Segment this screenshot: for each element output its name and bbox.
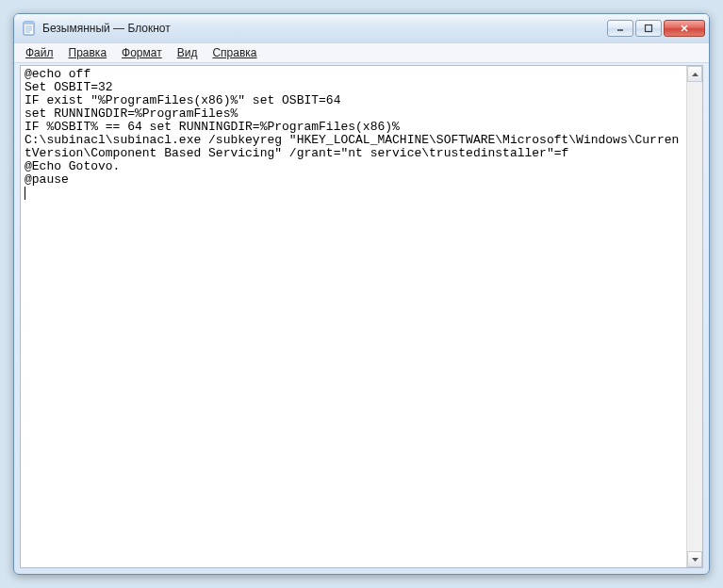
- scroll-down-button[interactable]: [687, 551, 702, 567]
- titlebar[interactable]: Безымянный — Блокнот: [14, 14, 709, 42]
- svg-rect-1: [24, 22, 34, 24]
- notepad-icon: [22, 21, 37, 36]
- text-editor[interactable]: @echo off Set OSBIT=32 IF exist "%Progra…: [21, 66, 686, 567]
- menu-view[interactable]: Вид: [170, 44, 205, 61]
- scroll-up-button[interactable]: [687, 66, 702, 82]
- content-area: @echo off Set OSBIT=32 IF exist "%Progra…: [20, 65, 703, 568]
- vertical-scrollbar[interactable]: [686, 66, 702, 567]
- svg-rect-7: [646, 25, 652, 32]
- menu-edit[interactable]: Правка: [61, 44, 115, 61]
- text-cursor: [25, 187, 25, 200]
- menu-help[interactable]: Справка: [205, 44, 264, 61]
- scrollbar-track[interactable]: [687, 82, 702, 551]
- window-title: Безымянный — Блокнот: [42, 22, 607, 35]
- editor-content: @echo off Set OSBIT=32 IF exist "%Progra…: [25, 67, 679, 187]
- close-button[interactable]: [664, 20, 705, 37]
- window-controls: [607, 20, 705, 37]
- menubar: Файл Правка Формат Вид Справка: [14, 42, 709, 63]
- maximize-button[interactable]: [635, 20, 662, 37]
- minimize-button[interactable]: [607, 20, 633, 37]
- menu-file[interactable]: Файл: [18, 44, 61, 61]
- menu-format[interactable]: Формат: [114, 44, 170, 61]
- notepad-window: Безымянный — Блокнот Файл Правка Формат …: [13, 13, 710, 575]
